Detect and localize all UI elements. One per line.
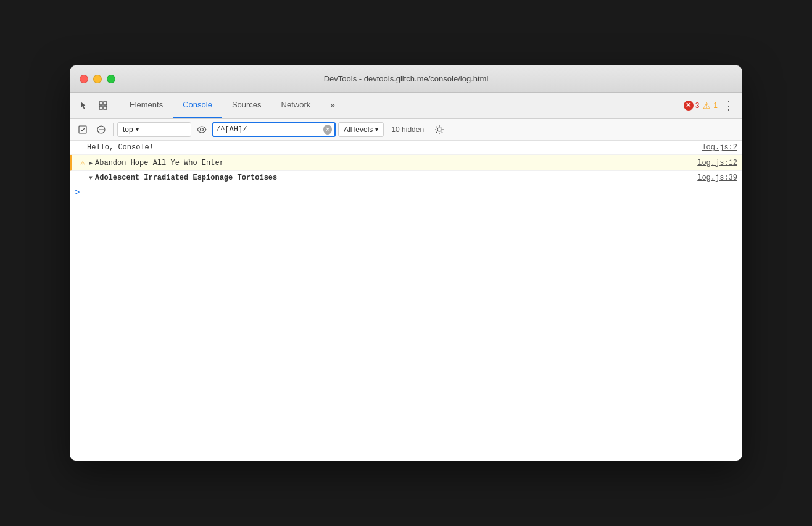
context-selector[interactable]: top ▾ xyxy=(117,122,191,137)
filter-input-wrapper: ✕ xyxy=(212,122,336,137)
chevron-down-icon: ▾ xyxy=(136,126,139,133)
svg-point-8 xyxy=(437,128,441,132)
filter-input[interactable] xyxy=(216,125,321,134)
maximize-button[interactable] xyxy=(107,75,115,83)
console-link-2[interactable]: log.js:12 xyxy=(687,159,737,167)
close-button[interactable] xyxy=(80,75,88,83)
create-live-expression-button[interactable] xyxy=(75,122,91,138)
console-link-3[interactable]: log.js:39 xyxy=(687,173,737,182)
warning-icon-row2: ⚠ xyxy=(77,157,89,168)
console-message-3: Adolescent Irradiated Espionage Tortoise… xyxy=(95,173,687,182)
toolbar-divider-1 xyxy=(113,123,114,136)
prompt-arrow-icon: > xyxy=(75,188,80,198)
error-badge: ✕ 3 xyxy=(684,101,700,111)
cursor-icon-button[interactable] xyxy=(75,97,92,114)
svg-rect-0 xyxy=(99,102,102,105)
more-options-button[interactable]: ⋮ xyxy=(720,97,737,114)
levels-selector[interactable]: All levels ▾ xyxy=(338,122,384,137)
tab-sources[interactable]: Sources xyxy=(222,93,271,118)
error-icon: ✕ xyxy=(684,101,694,111)
tab-network[interactable]: Network xyxy=(271,93,321,118)
traffic-lights xyxy=(80,75,115,83)
expand-arrow-row3[interactable]: ▼ xyxy=(89,175,93,182)
svg-rect-4 xyxy=(79,126,86,133)
tab-more[interactable]: » xyxy=(320,93,345,118)
svg-rect-3 xyxy=(104,106,107,109)
tabs: Elements Console Sources Network » xyxy=(120,93,679,118)
toolbar: top ▾ ✕ All levels ▾ 10 hidden xyxy=(70,119,742,141)
expand-arrow-row2[interactable]: ▶ xyxy=(89,159,93,167)
eye-icon-button[interactable] xyxy=(194,122,210,138)
clear-filter-button[interactable]: ✕ xyxy=(323,125,332,135)
devtools-window: DevTools - devtools.glitch.me/console/lo… xyxy=(70,65,742,461)
tab-elements[interactable]: Elements xyxy=(120,93,173,118)
console-message-1: Hello, Console! xyxy=(87,143,692,152)
warning-icon: ⚠ xyxy=(702,101,711,111)
minimize-button[interactable] xyxy=(93,75,102,83)
tabs-bar: Elements Console Sources Network » ✕ 3 ⚠ xyxy=(70,93,742,119)
tabs-right: ✕ 3 ⚠ 1 ⋮ xyxy=(679,93,737,118)
inspector-icon-button[interactable] xyxy=(94,97,112,114)
console-row: Hello, Console! log.js:2 xyxy=(70,141,742,155)
console-output: Hello, Console! log.js:2 ⚠ ▶ Abandon Hop… xyxy=(70,141,742,461)
tab-left-icons xyxy=(75,93,117,118)
console-prompt-row: > xyxy=(70,185,742,200)
warning-triangle-icon: ⚠ xyxy=(80,157,85,168)
console-link-1[interactable]: log.js:2 xyxy=(692,143,737,152)
svg-rect-1 xyxy=(104,102,107,105)
levels-chevron-icon: ▾ xyxy=(375,126,378,133)
console-message-2: Abandon Hope All Ye Who Enter xyxy=(95,159,687,167)
svg-rect-2 xyxy=(99,106,102,109)
svg-point-7 xyxy=(201,128,204,131)
console-expandable-row: ▼ Adolescent Irradiated Espionage Tortoi… xyxy=(70,171,742,185)
window-title: DevTools - devtools.glitch.me/console/lo… xyxy=(324,74,489,83)
tab-console[interactable]: Console xyxy=(173,93,222,118)
clear-console-button[interactable] xyxy=(93,122,109,138)
settings-button[interactable] xyxy=(431,122,447,138)
hidden-count: 10 hidden xyxy=(386,125,429,134)
console-warning-row: ⚠ ▶ Abandon Hope All Ye Who Enter log.js… xyxy=(70,155,742,171)
title-bar: DevTools - devtools.glitch.me/console/lo… xyxy=(70,65,742,93)
warning-badge: ⚠ 1 xyxy=(702,101,718,111)
